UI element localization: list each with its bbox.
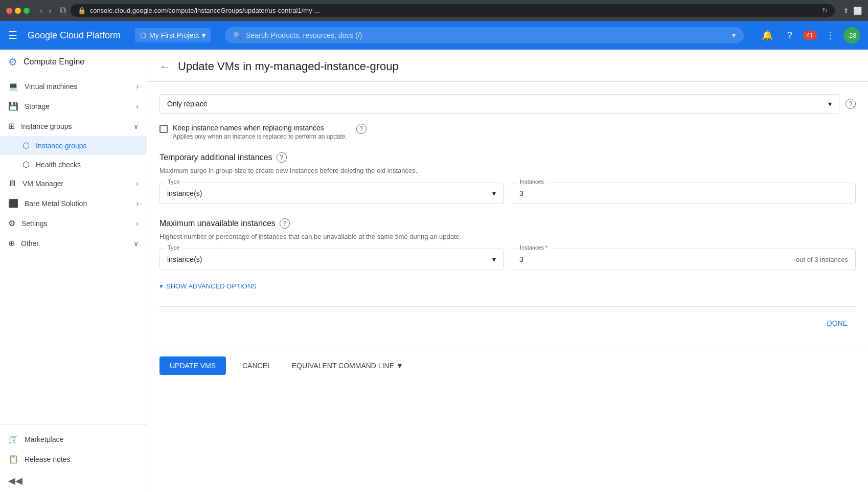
forward-nav-button[interactable]: › bbox=[47, 5, 53, 16]
url-text: console.cloud.google.com/compute/instanc… bbox=[90, 7, 320, 14]
sidebar-label-vm-manager: VM Manager bbox=[22, 180, 63, 188]
back-nav-button[interactable]: ‹ bbox=[38, 5, 44, 16]
sidebar: ⚙ Compute Engine 💻 Virtual machines › 💾 … bbox=[0, 50, 147, 492]
vm-icon: 💻 bbox=[8, 81, 18, 91]
logo-text: Google Cloud Platform bbox=[28, 30, 121, 41]
temp-type-dropdown[interactable]: instance(s) ▾ bbox=[159, 183, 504, 204]
other-icon: ⊕ bbox=[8, 238, 15, 248]
sidebar-item-vm-manager[interactable]: 🖥 VM Manager › bbox=[0, 174, 147, 193]
sidebar-item-release-notes[interactable]: 📋 Release notes bbox=[0, 449, 147, 469]
temp-additional-desc: Maximum surge in group size to create ne… bbox=[159, 167, 856, 174]
temp-type-value: instance(s) bbox=[167, 189, 202, 197]
project-selector[interactable]: ⬡ My First Project ▾ bbox=[135, 28, 211, 42]
search-bar[interactable]: 🔍 Search Products, resources, docs (/) ▾ bbox=[225, 27, 743, 43]
page-title: Update VMs in my-managed-instance-group bbox=[178, 60, 399, 73]
temp-additional-help-icon[interactable]: ? bbox=[277, 152, 287, 163]
done-button[interactable]: DONE bbox=[819, 315, 856, 331]
max-instances-field-container: Instances * out of 3 instances bbox=[512, 249, 856, 270]
update-vms-button[interactable]: UPDATE VMS bbox=[159, 356, 226, 375]
compute-engine-icon: ⚙ bbox=[8, 56, 17, 68]
update-policy-dropdown[interactable]: Only replace ▾ bbox=[159, 94, 839, 114]
bookmark-icon[interactable]: ⬜ bbox=[853, 7, 862, 15]
sidebar-item-marketplace[interactable]: 🛒 Marketplace bbox=[0, 429, 147, 449]
max-instances-input[interactable] bbox=[512, 249, 789, 270]
instance-groups-sub-icon: ⬡ bbox=[22, 141, 30, 150]
temp-type-field-container: Type instance(s) ▾ bbox=[159, 183, 504, 204]
chevron-right-icon: › bbox=[136, 219, 139, 228]
maximize-dot[interactable] bbox=[24, 8, 30, 14]
keep-instance-checkbox[interactable] bbox=[159, 125, 168, 133]
sidebar-item-bare-metal[interactable]: ⬛ Bare Metal Solution › bbox=[0, 193, 147, 213]
sidebar-divider bbox=[0, 424, 147, 425]
sidebar-item-instance-groups[interactable]: ⬡ Instance groups bbox=[0, 136, 147, 155]
update-policy-row: Only replace ▾ ? bbox=[159, 94, 856, 114]
chevron-down-icon: ∨ bbox=[133, 239, 139, 248]
show-advanced-button[interactable]: ▾ SHOW ADVANCED OPTIONS bbox=[159, 282, 856, 290]
chevron-right-icon: › bbox=[136, 199, 139, 208]
avatar[interactable]: -28 bbox=[843, 27, 860, 43]
sidebar-item-health-checks[interactable]: ⬡ Health checks bbox=[0, 155, 147, 174]
sidebar-item-left: 📋 Release notes bbox=[8, 454, 71, 464]
sidebar-item-left: 💻 Virtual machines bbox=[8, 81, 77, 91]
keep-instance-help-icon[interactable]: ? bbox=[356, 124, 367, 134]
sidebar-label-bare-metal: Bare Metal Solution bbox=[25, 199, 87, 208]
main-content: ← Update VMs in my-managed-instance-grou… bbox=[147, 50, 868, 492]
keep-instance-label: Keep instance names when replacing insta… bbox=[173, 124, 347, 132]
sidebar-item-storage[interactable]: 💾 Storage › bbox=[0, 96, 147, 116]
max-unavailable-help-icon[interactable]: ? bbox=[280, 218, 290, 229]
footer-actions: UPDATE VMS CANCEL EQUIVALENT COMMAND LIN… bbox=[147, 348, 868, 383]
reload-icon[interactable]: ↻ bbox=[822, 7, 828, 14]
address-bar[interactable]: 🔒 console.cloud.google.com/compute/insta… bbox=[71, 4, 835, 17]
sidebar-bottom: 🛒 Marketplace 📋 Release notes ◀◀ bbox=[0, 420, 147, 492]
back-button[interactable]: ← bbox=[159, 61, 170, 73]
minimize-dot[interactable] bbox=[15, 8, 21, 14]
sidebar-label-virtual-machines: Virtual machines bbox=[25, 82, 77, 91]
sidebar-item-left: ⬛ Bare Metal Solution bbox=[8, 198, 87, 208]
hamburger-menu[interactable]: ☰ bbox=[8, 29, 17, 41]
sidebar-item-left: ⊕ Other bbox=[8, 238, 39, 248]
equivalent-dropdown-icon: ▼ bbox=[396, 362, 403, 370]
tabs-button[interactable]: ⧉ bbox=[60, 5, 66, 16]
sidebar-item-virtual-machines[interactable]: 💻 Virtual machines › bbox=[0, 76, 147, 96]
settings-icon: ⚙ bbox=[8, 218, 15, 228]
temp-type-label: Type bbox=[166, 178, 182, 185]
temp-additional-title: Temporary additional instances ? bbox=[159, 152, 856, 163]
max-instances-input-group: out of 3 instances bbox=[512, 249, 856, 270]
sidebar-label-storage: Storage bbox=[25, 102, 50, 110]
sidebar-collapse-button[interactable]: ◀◀ bbox=[0, 469, 147, 492]
chevron-right-icon: › bbox=[136, 180, 139, 188]
health-checks-icon: ⬡ bbox=[22, 160, 30, 169]
sidebar-item-left: 🖥 VM Manager bbox=[8, 179, 63, 188]
storage-icon: 💾 bbox=[8, 101, 18, 111]
browser-nav-buttons: ‹ › bbox=[38, 5, 54, 16]
keep-instance-desc: Applies only when an instance is replace… bbox=[173, 133, 347, 140]
chevron-right-icon: › bbox=[136, 82, 139, 91]
max-type-value: instance(s) bbox=[167, 255, 202, 263]
notification-badge[interactable]: 41 bbox=[803, 31, 817, 40]
cancel-button[interactable]: CANCEL bbox=[234, 356, 280, 375]
sidebar-item-left: ⚙ Settings bbox=[8, 218, 48, 228]
lock-icon: 🔒 bbox=[78, 7, 86, 14]
equivalent-command-button[interactable]: EQUIVALENT COMMAND LINE ▼ bbox=[288, 356, 407, 375]
sidebar-item-settings[interactable]: ⚙ Settings › bbox=[0, 213, 147, 233]
help-icon[interactable]: ? bbox=[781, 26, 799, 44]
sidebar-label-instance-groups-parent: Instance groups bbox=[21, 122, 72, 130]
sidebar-item-left: 💾 Storage bbox=[8, 101, 50, 111]
chevron-down-icon: ▾ bbox=[159, 282, 163, 290]
sidebar-label-health-checks: Health checks bbox=[36, 161, 81, 169]
max-type-dropdown[interactable]: instance(s) ▾ bbox=[159, 249, 504, 270]
keep-instance-checkbox-row: Keep instance names when replacing insta… bbox=[159, 124, 856, 140]
vm-manager-icon: 🖥 bbox=[8, 179, 16, 188]
close-dot[interactable] bbox=[6, 8, 12, 14]
notifications-icon[interactable]: 🔔 bbox=[758, 26, 776, 44]
collapse-icon: ◀◀ bbox=[8, 476, 22, 486]
page-header: ← Update VMs in my-managed-instance-grou… bbox=[147, 50, 868, 82]
sidebar-item-instance-groups-parent[interactable]: ⊞ Instance groups ∨ bbox=[0, 116, 147, 136]
max-unavailable-section: Maximum unavailable instances ? Highest … bbox=[159, 218, 856, 270]
more-menu-icon[interactable]: ⋮ bbox=[821, 26, 839, 44]
temp-instances-input[interactable] bbox=[512, 183, 856, 204]
sidebar-item-other[interactable]: ⊕ Other ∨ bbox=[0, 233, 147, 253]
update-policy-help-icon[interactable]: ? bbox=[846, 99, 856, 109]
share-icon[interactable]: ⬆ bbox=[843, 7, 849, 15]
max-type-label: Type bbox=[166, 244, 182, 251]
